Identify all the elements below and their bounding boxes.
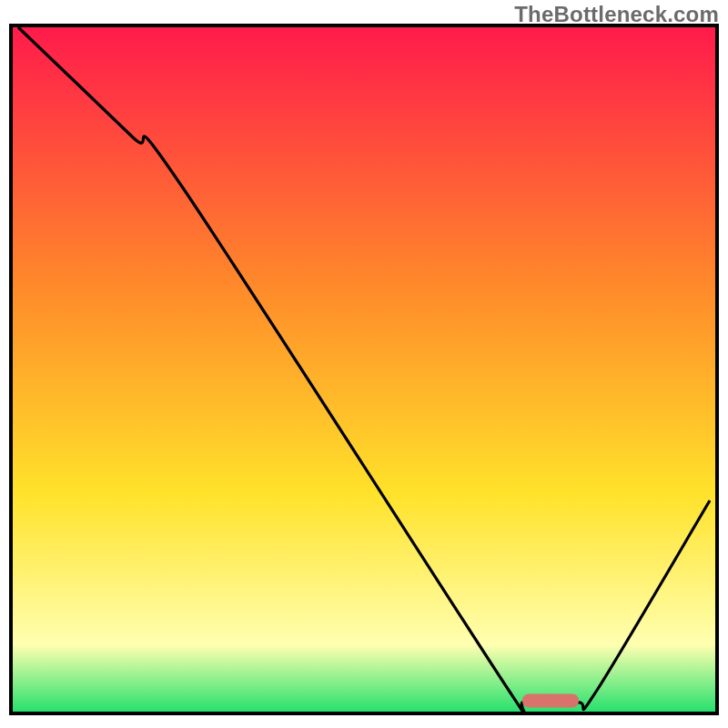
- watermark-text: TheBottleneck.com: [514, 2, 719, 27]
- chart-stage: TheBottleneck.com: [0, 0, 728, 728]
- gradient-background: [11, 25, 717, 713]
- bottleneck-chart: [0, 0, 728, 728]
- optimal-marker: [522, 694, 579, 708]
